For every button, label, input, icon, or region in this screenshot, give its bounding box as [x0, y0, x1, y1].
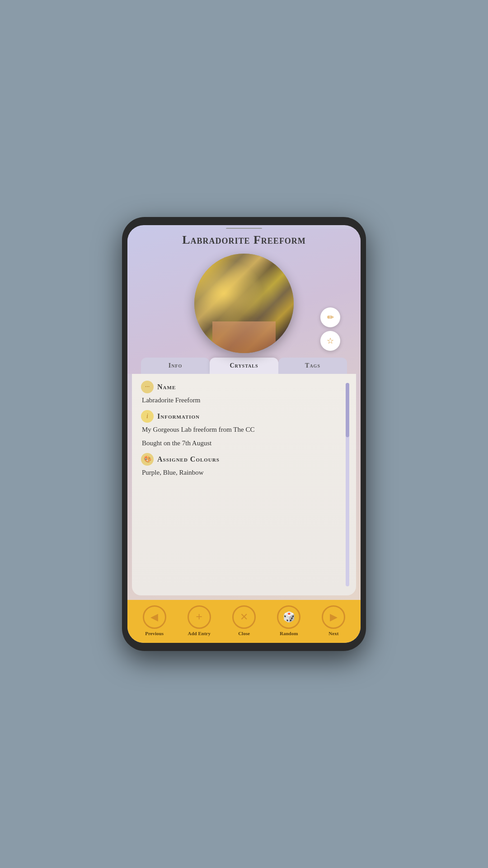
random-circle: 🎲 [277, 605, 300, 629]
add-entry-button[interactable]: + Add Entry [188, 605, 211, 636]
edit-icon: ✏ [327, 312, 334, 322]
previous-label: Previous [145, 631, 164, 636]
next-icon: ▶ [330, 611, 338, 623]
content-area: ··· Name Labradorite Freeform i Informat… [132, 374, 356, 595]
favorite-button[interactable]: ☆ [320, 331, 340, 351]
colours-icon: 🎨 [141, 453, 154, 466]
tabs-section: Info Crystals Tags [136, 358, 352, 374]
close-icon: ✕ [240, 611, 248, 623]
close-circle: ✕ [232, 605, 256, 629]
name-label: Name [157, 383, 176, 391]
edit-button[interactable]: ✏ [320, 307, 340, 327]
image-container: ✏ ☆ [136, 251, 352, 360]
info-label: Information [157, 412, 200, 420]
name-icon: ··· [141, 381, 154, 393]
info-value-2: Bought on the 7th August [142, 438, 341, 448]
info-icon: i [141, 410, 154, 423]
colours-value: Purple, Blue, Rainbow [142, 467, 341, 478]
previous-icon: ◀ [150, 611, 158, 623]
random-label: Random [280, 631, 298, 636]
dice-icon: 🎲 [283, 611, 295, 623]
phone-screen: Labradorite Freeform ✏ ☆ Info [127, 225, 361, 643]
scrollbar-thumb [346, 383, 349, 437]
previous-circle: ◀ [143, 605, 166, 629]
colours-section-header: 🎨 Assigned Colours [141, 453, 341, 466]
tab-tags[interactable]: Tags [278, 358, 347, 374]
name-value: Labradorite Freeform [142, 395, 341, 406]
close-label: Close [238, 631, 250, 636]
next-button[interactable]: ▶ Next [322, 605, 345, 636]
next-circle: ▶ [322, 605, 345, 629]
info-section-header: i Information [141, 410, 341, 423]
phone-frame: Labradorite Freeform ✏ ☆ Info [122, 217, 366, 651]
tab-info[interactable]: Info [141, 358, 210, 374]
random-button[interactable]: 🎲 Random [277, 605, 300, 636]
bottom-bar: ◀ Previous + Add Entry ✕ Close 🎲 [127, 600, 361, 643]
previous-button[interactable]: ◀ Previous [143, 605, 166, 636]
content-scroll[interactable]: ··· Name Labradorite Freeform i Informat… [141, 381, 346, 589]
name-section-header: ··· Name [141, 381, 341, 393]
info-value-1: My Gorgeous Lab freeform from The CC [142, 425, 341, 435]
status-bar [127, 225, 361, 229]
action-buttons: ✏ ☆ [320, 307, 340, 351]
add-icon: + [196, 610, 202, 624]
star-icon: ☆ [327, 336, 334, 346]
page-title: Labradorite Freeform [136, 233, 352, 251]
colours-label: Assigned Colours [157, 455, 220, 463]
crystal-image [194, 254, 294, 353]
next-label: Next [328, 631, 338, 636]
header-section: Labradorite Freeform ✏ ☆ Info [127, 229, 361, 374]
add-circle: + [188, 605, 211, 629]
add-label: Add Entry [188, 631, 211, 636]
close-button[interactable]: ✕ Close [232, 605, 256, 636]
scrollbar-track[interactable] [346, 383, 349, 586]
crystal-hand [212, 321, 276, 353]
tab-crystals[interactable]: Crystals [210, 358, 278, 374]
